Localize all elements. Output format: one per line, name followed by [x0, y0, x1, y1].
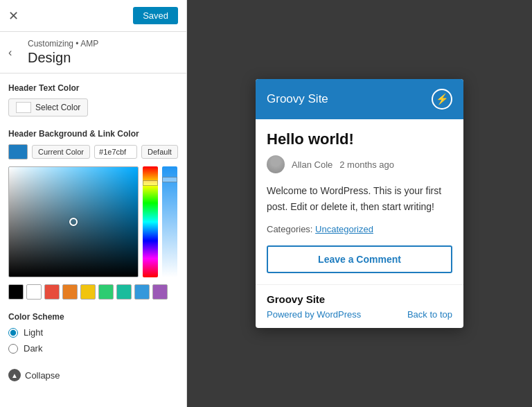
- current-color-button[interactable]: Current Color: [32, 145, 90, 159]
- radio-dark-input[interactable]: [8, 344, 18, 354]
- radio-light[interactable]: Light: [8, 327, 178, 338]
- alpha-slider[interactable]: [162, 166, 177, 277]
- header-bg-color-section: Header Background & Link Color Current C…: [8, 129, 178, 300]
- swatch-black[interactable]: [8, 284, 24, 300]
- collapse-icon: ▲: [8, 369, 21, 381]
- top-bar: ✕ Saved: [0, 0, 186, 32]
- default-button[interactable]: Default: [141, 145, 178, 159]
- preview-footer-title: Groovy Site: [267, 293, 452, 305]
- hue-slider[interactable]: [143, 166, 158, 277]
- radio-dark[interactable]: Dark: [8, 343, 178, 354]
- avatar: [267, 155, 285, 173]
- swatch-white[interactable]: [26, 284, 42, 300]
- radio-light-input[interactable]: [8, 328, 18, 338]
- radio-dark-label: Dark: [24, 343, 42, 354]
- radio-light-label: Light: [24, 327, 43, 338]
- preview-header: Groovy Site ⚡: [256, 79, 463, 119]
- swatch-teal[interactable]: [116, 284, 132, 300]
- close-button[interactable]: ✕: [8, 10, 19, 22]
- back-to-top-link[interactable]: Back to top: [407, 309, 452, 320]
- swatch-yellow[interactable]: [80, 284, 96, 300]
- categories-label: Categories:: [267, 224, 312, 234]
- color-scheme-label: Color Scheme: [8, 312, 178, 322]
- color-swatch-button[interactable]: [8, 144, 28, 159]
- color-picker-area: [8, 166, 178, 277]
- preview-footer-links: Powered by WordPress Back to top: [267, 309, 452, 320]
- color-controls: Current Color Default: [8, 144, 178, 159]
- leave-comment-button[interactable]: Leave a Comment: [267, 245, 452, 273]
- post-content: Welcome to WordPress. This is your first…: [267, 183, 452, 214]
- page-title: Design: [28, 50, 178, 66]
- swatches-row: [8, 284, 178, 300]
- header-text-color-section: Header Text Color Select Color: [8, 83, 178, 116]
- picker-cursor: [69, 218, 78, 226]
- post-meta: Allan Cole 2 months ago: [267, 155, 452, 173]
- header-text-color-label: Header Text Color: [8, 83, 178, 93]
- post-categories: Categories: Uncategorized: [267, 224, 452, 234]
- select-color-button[interactable]: Select Color: [8, 98, 88, 116]
- saved-button[interactable]: Saved: [133, 7, 178, 24]
- collapse-button[interactable]: ▲ Collapse: [8, 363, 60, 387]
- preview-site-title: Groovy Site: [267, 92, 328, 106]
- preview-card: Groovy Site ⚡ Hello world! Allan Cole 2 …: [256, 79, 463, 328]
- preview-footer: Groovy Site Powered by WordPress Back to…: [256, 284, 463, 328]
- lightning-icon: ⚡: [432, 89, 452, 110]
- header-bg-color-label: Header Background & Link Color: [8, 129, 178, 139]
- breadcrumb: Customizing • AMP: [28, 39, 178, 49]
- swatch-orange[interactable]: [62, 284, 78, 300]
- text-color-swatch: [16, 102, 31, 113]
- right-panel: Groovy Site ⚡ Hello world! Allan Cole 2 …: [187, 0, 532, 407]
- select-color-label: Select Color: [35, 103, 80, 112]
- back-button[interactable]: ‹: [8, 46, 12, 59]
- panel-header: ‹ Customizing • AMP Design: [0, 32, 186, 73]
- category-link[interactable]: Uncategorized: [315, 224, 373, 234]
- powered-by-link[interactable]: Powered by WordPress: [267, 309, 361, 320]
- left-panel: ✕ Saved ‹ Customizing • AMP Design Heade…: [0, 0, 187, 407]
- collapse-label: Collapse: [25, 370, 60, 381]
- panel-content: Header Text Color Select Color Header Ba…: [0, 73, 186, 407]
- preview-body: Hello world! Allan Cole 2 months ago Wel…: [256, 119, 463, 284]
- color-gradient[interactable]: [8, 166, 139, 277]
- post-time: 2 months ago: [339, 159, 394, 170]
- swatch-purple[interactable]: [152, 284, 168, 300]
- post-title: Hello world!: [267, 130, 452, 148]
- hex-input[interactable]: [94, 145, 137, 159]
- swatch-green[interactable]: [98, 284, 114, 300]
- swatch-blue[interactable]: [134, 284, 150, 300]
- post-author: Allan Cole: [292, 159, 332, 170]
- color-scheme-section: Color Scheme Light Dark: [8, 312, 178, 354]
- swatch-red[interactable]: [44, 284, 60, 300]
